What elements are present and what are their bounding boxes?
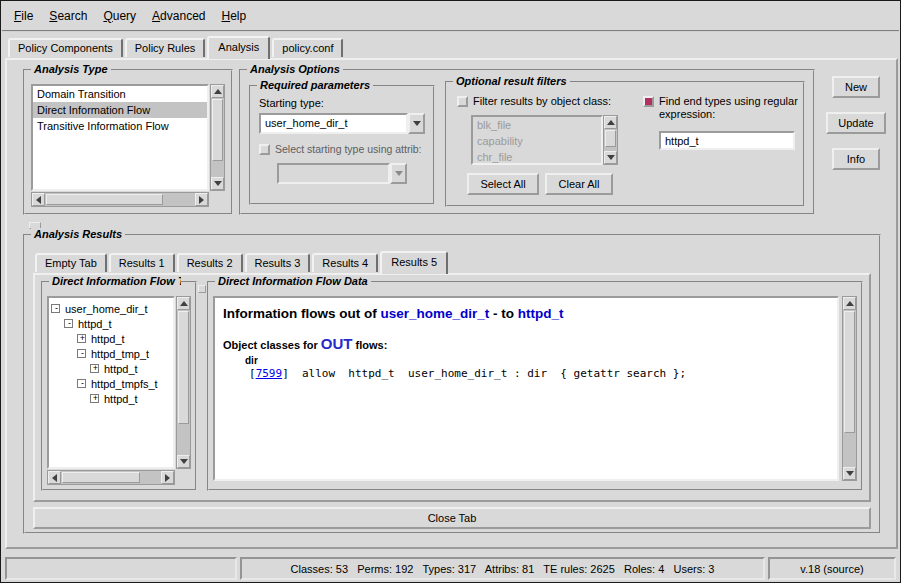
scroll-up-button[interactable] [177,297,190,310]
tab-policy-rules[interactable]: Policy Rules [125,38,206,57]
scroll-up-button[interactable] [843,297,856,310]
flow-tree-title: Direct Information Flow T [49,275,181,287]
tree-node-label[interactable]: httpd_t [78,318,112,330]
tab-policy-components[interactable]: Policy Components [8,38,123,57]
scroll-up-button[interactable] [211,85,224,98]
update-button[interactable]: Update [826,112,886,134]
analysis-type-option[interactable]: Transitive Information Flow [33,118,207,134]
scroll-left-button[interactable] [32,193,45,206]
results-tab-empty[interactable]: Empty Tab [35,253,107,272]
scroll-up-button[interactable] [604,116,617,129]
tree-node-label[interactable]: httpd_tmpfs_t [91,378,158,390]
tab-policy-conf[interactable]: policy.conf [272,38,343,57]
tree-expand-icon[interactable] [90,394,99,403]
status-stats: Classes: 53 Perms: 192 Types: 317 Attrib… [240,557,765,580]
attrib-checkbox-row: Select starting type using attrib: [259,143,431,156]
scrollbar-trough[interactable] [61,471,161,484]
starting-type-combobox[interactable]: user_home_dir_t [259,113,425,134]
results-tab-5[interactable]: Results 5 [380,251,448,274]
scrollbar-thumb[interactable] [212,99,223,161]
tree-node[interactable]: httpd_t [51,331,171,346]
scroll-right-button[interactable] [161,471,174,484]
close-tab-button[interactable]: Close Tab [33,507,871,529]
analysis-type-hscrollbar[interactable] [31,192,209,207]
chevron-down-icon[interactable] [408,113,425,134]
tree-node-label[interactable]: httpd_tmp_t [91,348,149,360]
regex-checkbox[interactable] [643,96,654,107]
flow-tree-hscrollbar[interactable] [47,470,175,485]
analysis-options-title: Analysis Options [247,63,343,75]
scrollbar-trough[interactable] [177,310,190,455]
tree-expand-icon[interactable] [90,364,99,373]
object-class-vscrollbar[interactable] [603,115,618,165]
object-class-option[interactable]: capability [473,133,601,149]
tree-node-label[interactable]: httpd_t [104,363,138,375]
scrollbar-trough[interactable] [843,310,856,467]
menu-item-search[interactable]: Search [41,6,95,26]
clear-all-button[interactable]: Clear All [545,173,613,195]
flow-source: user_home_dir_t [380,306,489,321]
analysis-type-option[interactable]: Direct Information Flow [33,102,207,118]
scroll-right-button[interactable] [195,193,208,206]
regex-input[interactable] [659,131,795,150]
results-tab-1[interactable]: Results 1 [109,253,175,272]
select-all-button[interactable]: Select All [467,173,539,195]
flow-tree[interactable]: user_home_dir_t httpd_t httpd_t htt [47,296,175,469]
scroll-down-button[interactable] [604,151,617,164]
tree-node[interactable]: httpd_t [51,316,171,331]
scrollbar-trough[interactable] [211,98,224,177]
object-class-option[interactable]: blk_file [473,117,601,133]
tree-collapse-icon[interactable] [51,304,60,313]
tree-node[interactable]: user_home_dir_t [51,301,171,316]
scrollbar-thumb[interactable] [46,194,163,205]
tree-node[interactable]: httpd_tmp_t [51,346,171,361]
object-class-option[interactable]: chr_file [473,149,601,165]
tree-node-label[interactable]: httpd_t [104,393,138,405]
attrib-combobox[interactable] [277,163,407,184]
scroll-down-button[interactable] [177,455,190,468]
flow-data-vscrollbar[interactable] [842,296,857,481]
scroll-left-button[interactable] [48,471,61,484]
scrollbar-thumb[interactable] [844,311,855,433]
scroll-down-button[interactable] [211,177,224,190]
tree-expand-icon[interactable] [77,334,86,343]
scroll-down-button[interactable] [843,467,856,480]
scrollbar-trough[interactable] [604,129,617,151]
flow-tree-vscrollbar[interactable] [176,296,191,469]
tree-node[interactable]: httpd_t [51,391,171,406]
tree-collapse-icon[interactable] [64,319,73,328]
results-tab-3[interactable]: Results 3 [245,253,311,272]
results-tab-4[interactable]: Results 4 [312,253,378,272]
tree-collapse-icon[interactable] [77,349,86,358]
object-class-listbox[interactable]: blk_file capability chr_file [471,115,603,165]
menu-item-query[interactable]: Query [95,6,144,26]
scrollbar-trough[interactable] [45,193,195,206]
menu-item-help[interactable]: Help [213,6,254,26]
rule-number-link[interactable]: 7599 [256,367,283,380]
scrollbar-thumb[interactable] [605,130,616,147]
optional-filters-title: Optional result filters [453,75,570,87]
filter-by-class-checkbox[interactable] [457,96,468,107]
scrollbar-thumb[interactable] [178,311,189,424]
new-button[interactable]: New [832,76,880,98]
info-button[interactable]: Info [832,148,880,170]
tab-analysis[interactable]: Analysis [207,36,270,59]
analysis-type-option[interactable]: Domain Transition [33,86,207,102]
starting-type-value[interactable]: user_home_dir_t [259,113,408,134]
tree-node-label[interactable]: httpd_t [91,333,125,345]
tree-collapse-icon[interactable] [77,379,86,388]
flow-data-textarea[interactable]: Information flows out of user_home_dir_t… [213,296,839,481]
analysis-type-vscrollbar[interactable] [210,84,225,191]
menu-item-advanced[interactable]: Advanced [144,6,213,26]
menu-item-file[interactable]: File [6,6,41,26]
tree-node-label[interactable]: user_home_dir_t [65,303,148,315]
chevron-down-icon[interactable] [390,163,407,184]
results-tab-2[interactable]: Results 2 [177,253,243,272]
scrollbar-thumb[interactable] [62,472,140,483]
attrib-checkbox[interactable] [259,144,270,155]
tree-node[interactable]: httpd_t [51,361,171,376]
analysis-tab-panel: Analysis Type Domain Transition Direct I… [5,58,898,549]
inner-pane-sash-handle[interactable] [198,285,206,293]
analysis-type-listbox[interactable]: Domain Transition Direct Information Flo… [31,84,209,191]
tree-node[interactable]: httpd_tmpfs_t [51,376,171,391]
